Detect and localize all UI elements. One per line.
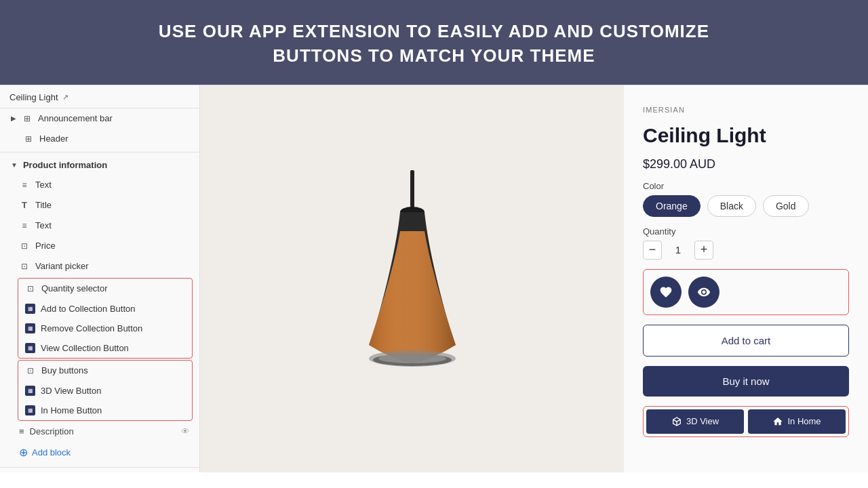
- quantity-increase-btn[interactable]: +: [694, 241, 713, 260]
- price-icon: ⊡: [19, 241, 30, 251]
- color-orange-btn[interactable]: Orange: [643, 195, 701, 217]
- sidebar-item-apps[interactable]: ▼ ⊞ Apps: [0, 470, 199, 472]
- product-image: [317, 157, 507, 401]
- in-home-label: In Home: [787, 416, 821, 426]
- chevron-down-icon: ▼: [11, 161, 18, 169]
- sidebar-label: In Home Button: [41, 405, 182, 415]
- add-block-label: Add block: [32, 447, 71, 458]
- banner-line1: USE OUR APP EXTENSION TO EASILY ADD AND …: [27, 19, 841, 43]
- quantity-value: 1: [671, 244, 685, 256]
- sidebar-label: 3D View Button: [41, 386, 182, 396]
- collection-buttons-group: ⊡ Quantity selector ▦ Add to Collection …: [18, 278, 193, 359]
- eye-slash-icon: 👁: [181, 426, 190, 436]
- eye-icon: [697, 285, 711, 299]
- sidebar-item-view-collection-btn[interactable]: ▦ View Collection Button: [18, 338, 192, 358]
- block-icon: ▦: [25, 304, 35, 314]
- sidebar-item-buy-buttons[interactable]: ⊡ Buy buttons: [18, 361, 192, 381]
- sidebar-label: Quantity selector: [41, 283, 182, 293]
- sidebar-item-quantity-selector[interactable]: ⊡ Quantity selector: [18, 279, 192, 299]
- external-link-icon: ↗: [62, 93, 68, 102]
- sidebar-item-title[interactable]: T Title: [0, 195, 199, 216]
- color-gold-btn[interactable]: Gold: [763, 195, 809, 217]
- sidebar-item-in-home-btn[interactable]: ▦ In Home Button: [18, 401, 192, 420]
- quantity-label: Quantity: [643, 226, 849, 237]
- product-info-section: IMERSIAN Ceiling Light $299.00 AUD Color…: [624, 85, 868, 472]
- block-icon: ▦: [25, 323, 35, 333]
- home-icon: [772, 416, 783, 427]
- heart-collection-btn[interactable]: [650, 277, 682, 308]
- block-icon: ▦: [25, 343, 35, 353]
- sidebar-item-header[interactable]: ⊞ Header: [0, 129, 199, 149]
- product-container: IMERSIAN Ceiling Light $299.00 AUD Color…: [200, 85, 868, 472]
- color-section: Color Orange Black Gold: [643, 181, 849, 217]
- bars-icon: ≡: [19, 220, 30, 231]
- plus-icon: ⊕: [19, 446, 28, 459]
- grid-icon: ⊞: [22, 113, 33, 124]
- sidebar-item-text-1[interactable]: ≡ Text: [0, 175, 199, 195]
- t-icon: T: [19, 200, 30, 211]
- buy-buttons-group: ⊡ Buy buttons ▦ 3D View Button ▦ In Home…: [18, 360, 193, 421]
- quantity-section: Quantity − 1 +: [643, 226, 849, 260]
- sidebar-page-title-row: Ceiling Light ↗: [0, 85, 199, 108]
- sidebar-item-add-collection-btn[interactable]: ▦ Add to Collection Button: [18, 299, 192, 319]
- quantity-icon: ⊡: [25, 283, 36, 294]
- product-price: $299.00 AUD: [643, 157, 849, 171]
- variant-icon: ⊡: [19, 261, 30, 272]
- buy-icon: ⊡: [25, 365, 36, 376]
- sidebar: Ceiling Light ↗ ▶ ⊞ Announcement bar ⊞ H…: [0, 85, 200, 472]
- bars-icon: ≡: [19, 426, 24, 436]
- svg-point-4: [378, 354, 446, 363]
- cube-icon: [671, 416, 682, 427]
- sidebar-label: Header: [39, 134, 190, 144]
- view-collection-btn[interactable]: [688, 277, 719, 308]
- sidebar-label: Product information: [23, 160, 190, 170]
- sidebar-item-announcement-bar[interactable]: ▶ ⊞ Announcement bar: [0, 108, 199, 129]
- block-icon: ▦: [25, 386, 35, 396]
- sidebar-label: Title: [35, 200, 190, 210]
- banner: USE OUR APP EXTENSION TO EASILY ADD AND …: [0, 0, 868, 85]
- svg-rect-0: [410, 170, 414, 211]
- add-to-cart-btn[interactable]: Add to cart: [643, 325, 849, 357]
- quantity-row: − 1 +: [643, 241, 849, 260]
- in-home-btn[interactable]: In Home: [748, 409, 846, 434]
- page-title-label: Ceiling Light: [9, 92, 58, 102]
- sidebar-label: Text: [35, 180, 190, 190]
- color-label: Color: [643, 181, 849, 191]
- block-icon: ▦: [25, 405, 35, 415]
- color-options: Orange Black Gold: [643, 195, 849, 217]
- sidebar-label: Buy buttons: [41, 365, 182, 375]
- sidebar-label: Text: [35, 220, 190, 230]
- product-title: Ceiling Light: [643, 123, 849, 148]
- sidebar-item-description[interactable]: ≡ Description 👁: [0, 422, 199, 441]
- chevron-right-icon: ▶: [11, 115, 16, 122]
- heart-icon: [659, 285, 673, 299]
- bars-icon: ≡: [19, 180, 30, 190]
- sidebar-item-product-information[interactable]: ▼ Product information: [0, 155, 199, 175]
- 3d-view-btn[interactable]: 3D View: [646, 409, 744, 434]
- lamp-illustration: [338, 170, 487, 401]
- quantity-decrease-btn[interactable]: −: [643, 241, 662, 260]
- product-image-section: [200, 85, 624, 472]
- sidebar-item-remove-collection-btn[interactable]: ▦ Remove Collection Button: [18, 319, 192, 338]
- add-block-row[interactable]: ⊕ Add block: [0, 441, 199, 464]
- sidebar-item-3d-view-btn[interactable]: ▦ 3D View Button: [18, 381, 192, 401]
- grid-icon: ⊞: [23, 134, 34, 144]
- sidebar-item-text-2[interactable]: ≡ Text: [0, 216, 199, 236]
- sidebar-label: Remove Collection Button: [41, 323, 182, 333]
- 3d-view-label: 3D View: [686, 416, 719, 426]
- brand-label: IMERSIAN: [643, 106, 849, 114]
- sidebar-label: Price: [35, 241, 190, 251]
- product-area: IMERSIAN Ceiling Light $299.00 AUD Color…: [200, 85, 868, 472]
- sidebar-label: Variant picker: [35, 261, 190, 271]
- sidebar-label: View Collection Button: [41, 343, 182, 353]
- view-buttons-area: 3D View In Home: [643, 406, 849, 437]
- banner-line2: BUTTONS TO MATCH YOUR THEME: [27, 43, 841, 68]
- sidebar-label: Add to Collection Button: [41, 304, 182, 314]
- collection-buttons-row: [643, 269, 849, 315]
- color-black-btn[interactable]: Black: [707, 195, 756, 217]
- sidebar-label: Description: [30, 426, 74, 436]
- sidebar-item-price[interactable]: ⊡ Price: [0, 236, 199, 256]
- sidebar-item-variant-picker[interactable]: ⊡ Variant picker: [0, 256, 199, 277]
- buy-now-btn[interactable]: Buy it now: [643, 366, 849, 396]
- sidebar-label: Announcement bar: [38, 113, 190, 123]
